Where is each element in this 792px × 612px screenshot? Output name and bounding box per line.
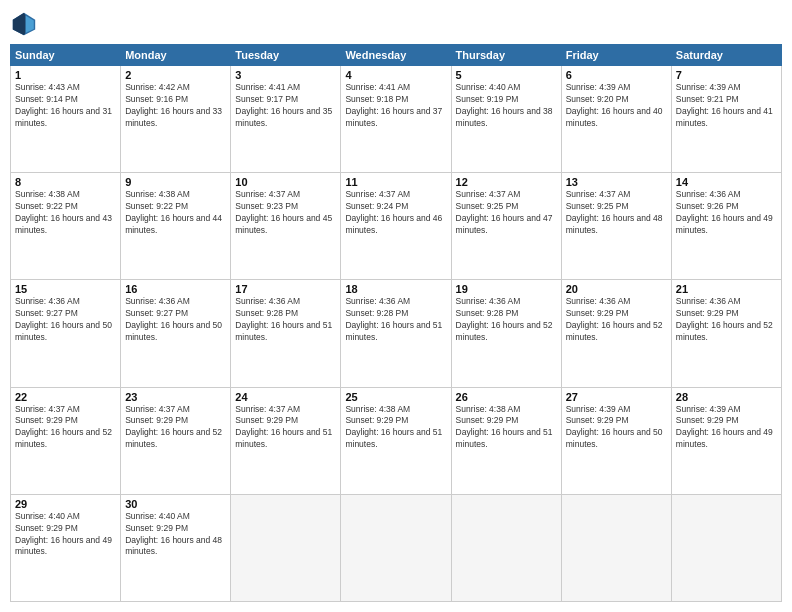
day-info: Sunrise: 4:38 AMSunset: 9:29 PMDaylight:…: [456, 404, 557, 452]
day-info: Sunrise: 4:38 AMSunset: 9:22 PMDaylight:…: [125, 189, 226, 237]
day-info: Sunrise: 4:37 AMSunset: 9:24 PMDaylight:…: [345, 189, 446, 237]
table-row: 17Sunrise: 4:36 AMSunset: 9:28 PMDayligh…: [231, 280, 341, 387]
table-row: 10Sunrise: 4:37 AMSunset: 9:23 PMDayligh…: [231, 173, 341, 280]
day-info: Sunrise: 4:37 AMSunset: 9:25 PMDaylight:…: [566, 189, 667, 237]
table-row: 13Sunrise: 4:37 AMSunset: 9:25 PMDayligh…: [561, 173, 671, 280]
table-row: 4Sunrise: 4:41 AMSunset: 9:18 PMDaylight…: [341, 66, 451, 173]
calendar-header-friday: Friday: [561, 45, 671, 66]
calendar-table: SundayMondayTuesdayWednesdayThursdayFrid…: [10, 44, 782, 602]
table-row: 28Sunrise: 4:39 AMSunset: 9:29 PMDayligh…: [671, 387, 781, 494]
day-info: Sunrise: 4:38 AMSunset: 9:29 PMDaylight:…: [345, 404, 446, 452]
day-number: 20: [566, 283, 667, 295]
table-row: 11Sunrise: 4:37 AMSunset: 9:24 PMDayligh…: [341, 173, 451, 280]
calendar-header-sunday: Sunday: [11, 45, 121, 66]
table-row: 2Sunrise: 4:42 AMSunset: 9:16 PMDaylight…: [121, 66, 231, 173]
table-row: [341, 494, 451, 601]
svg-marker-2: [13, 13, 26, 35]
day-info: Sunrise: 4:37 AMSunset: 9:29 PMDaylight:…: [125, 404, 226, 452]
day-number: 2: [125, 69, 226, 81]
table-row: 29Sunrise: 4:40 AMSunset: 9:29 PMDayligh…: [11, 494, 121, 601]
day-number: 28: [676, 391, 777, 403]
table-row: 16Sunrise: 4:36 AMSunset: 9:27 PMDayligh…: [121, 280, 231, 387]
table-row: 20Sunrise: 4:36 AMSunset: 9:29 PMDayligh…: [561, 280, 671, 387]
table-row: 3Sunrise: 4:41 AMSunset: 9:17 PMDaylight…: [231, 66, 341, 173]
day-info: Sunrise: 4:36 AMSunset: 9:27 PMDaylight:…: [15, 296, 116, 344]
day-number: 27: [566, 391, 667, 403]
table-row: 25Sunrise: 4:38 AMSunset: 9:29 PMDayligh…: [341, 387, 451, 494]
day-number: 17: [235, 283, 336, 295]
day-number: 18: [345, 283, 446, 295]
day-number: 22: [15, 391, 116, 403]
table-row: 22Sunrise: 4:37 AMSunset: 9:29 PMDayligh…: [11, 387, 121, 494]
page: SundayMondayTuesdayWednesdayThursdayFrid…: [0, 0, 792, 612]
day-info: Sunrise: 4:36 AMSunset: 9:27 PMDaylight:…: [125, 296, 226, 344]
day-number: 16: [125, 283, 226, 295]
day-number: 13: [566, 176, 667, 188]
table-row: 15Sunrise: 4:36 AMSunset: 9:27 PMDayligh…: [11, 280, 121, 387]
calendar-header-saturday: Saturday: [671, 45, 781, 66]
table-row: 9Sunrise: 4:38 AMSunset: 9:22 PMDaylight…: [121, 173, 231, 280]
day-info: Sunrise: 4:40 AMSunset: 9:29 PMDaylight:…: [15, 511, 116, 559]
table-row: 19Sunrise: 4:36 AMSunset: 9:28 PMDayligh…: [451, 280, 561, 387]
day-number: 24: [235, 391, 336, 403]
day-number: 15: [15, 283, 116, 295]
table-row: 23Sunrise: 4:37 AMSunset: 9:29 PMDayligh…: [121, 387, 231, 494]
calendar-header-thursday: Thursday: [451, 45, 561, 66]
day-number: 11: [345, 176, 446, 188]
day-info: Sunrise: 4:41 AMSunset: 9:17 PMDaylight:…: [235, 82, 336, 130]
header: [10, 10, 782, 38]
logo-icon: [10, 10, 38, 38]
table-row: [451, 494, 561, 601]
day-info: Sunrise: 4:39 AMSunset: 9:21 PMDaylight:…: [676, 82, 777, 130]
day-number: 21: [676, 283, 777, 295]
table-row: 7Sunrise: 4:39 AMSunset: 9:21 PMDaylight…: [671, 66, 781, 173]
day-info: Sunrise: 4:41 AMSunset: 9:18 PMDaylight:…: [345, 82, 446, 130]
table-row: [671, 494, 781, 601]
day-info: Sunrise: 4:37 AMSunset: 9:25 PMDaylight:…: [456, 189, 557, 237]
day-info: Sunrise: 4:38 AMSunset: 9:22 PMDaylight:…: [15, 189, 116, 237]
day-info: Sunrise: 4:39 AMSunset: 9:29 PMDaylight:…: [566, 404, 667, 452]
table-row: 24Sunrise: 4:37 AMSunset: 9:29 PMDayligh…: [231, 387, 341, 494]
day-number: 25: [345, 391, 446, 403]
table-row: 12Sunrise: 4:37 AMSunset: 9:25 PMDayligh…: [451, 173, 561, 280]
day-info: Sunrise: 4:37 AMSunset: 9:23 PMDaylight:…: [235, 189, 336, 237]
table-row: 1Sunrise: 4:43 AMSunset: 9:14 PMDaylight…: [11, 66, 121, 173]
day-number: 29: [15, 498, 116, 510]
day-number: 4: [345, 69, 446, 81]
day-number: 14: [676, 176, 777, 188]
day-number: 9: [125, 176, 226, 188]
day-info: Sunrise: 4:36 AMSunset: 9:29 PMDaylight:…: [676, 296, 777, 344]
table-row: 26Sunrise: 4:38 AMSunset: 9:29 PMDayligh…: [451, 387, 561, 494]
day-number: 3: [235, 69, 336, 81]
table-row: 14Sunrise: 4:36 AMSunset: 9:26 PMDayligh…: [671, 173, 781, 280]
logo: [10, 10, 42, 38]
day-number: 23: [125, 391, 226, 403]
day-info: Sunrise: 4:43 AMSunset: 9:14 PMDaylight:…: [15, 82, 116, 130]
day-info: Sunrise: 4:40 AMSunset: 9:19 PMDaylight:…: [456, 82, 557, 130]
day-number: 6: [566, 69, 667, 81]
day-info: Sunrise: 4:39 AMSunset: 9:20 PMDaylight:…: [566, 82, 667, 130]
day-info: Sunrise: 4:40 AMSunset: 9:29 PMDaylight:…: [125, 511, 226, 559]
day-number: 26: [456, 391, 557, 403]
day-number: 10: [235, 176, 336, 188]
day-number: 7: [676, 69, 777, 81]
day-number: 12: [456, 176, 557, 188]
table-row: [231, 494, 341, 601]
day-number: 19: [456, 283, 557, 295]
day-info: Sunrise: 4:36 AMSunset: 9:29 PMDaylight:…: [566, 296, 667, 344]
day-number: 30: [125, 498, 226, 510]
table-row: [561, 494, 671, 601]
calendar-header-monday: Monday: [121, 45, 231, 66]
table-row: 8Sunrise: 4:38 AMSunset: 9:22 PMDaylight…: [11, 173, 121, 280]
table-row: 30Sunrise: 4:40 AMSunset: 9:29 PMDayligh…: [121, 494, 231, 601]
table-row: 21Sunrise: 4:36 AMSunset: 9:29 PMDayligh…: [671, 280, 781, 387]
table-row: 27Sunrise: 4:39 AMSunset: 9:29 PMDayligh…: [561, 387, 671, 494]
day-info: Sunrise: 4:37 AMSunset: 9:29 PMDaylight:…: [235, 404, 336, 452]
day-info: Sunrise: 4:37 AMSunset: 9:29 PMDaylight:…: [15, 404, 116, 452]
day-info: Sunrise: 4:36 AMSunset: 9:28 PMDaylight:…: [456, 296, 557, 344]
table-row: 5Sunrise: 4:40 AMSunset: 9:19 PMDaylight…: [451, 66, 561, 173]
day-number: 1: [15, 69, 116, 81]
day-info: Sunrise: 4:39 AMSunset: 9:29 PMDaylight:…: [676, 404, 777, 452]
day-info: Sunrise: 4:36 AMSunset: 9:28 PMDaylight:…: [345, 296, 446, 344]
table-row: 18Sunrise: 4:36 AMSunset: 9:28 PMDayligh…: [341, 280, 451, 387]
